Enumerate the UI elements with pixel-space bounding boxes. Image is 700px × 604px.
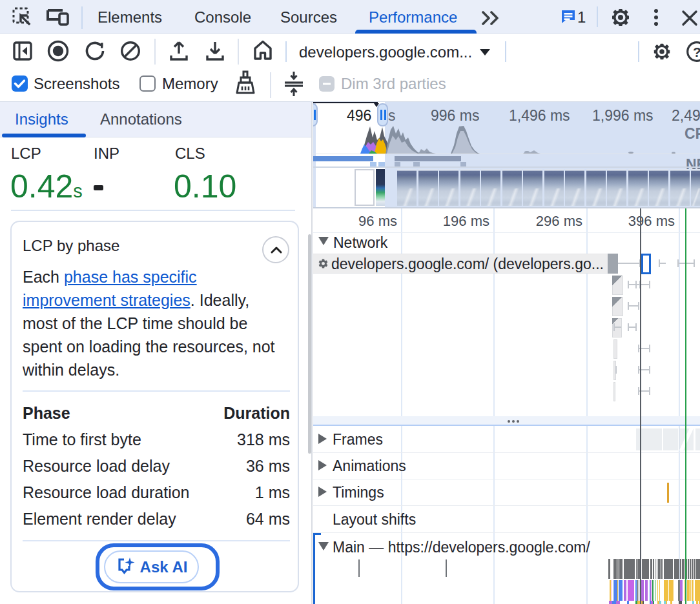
svg-text:?: ? — [693, 45, 700, 59]
